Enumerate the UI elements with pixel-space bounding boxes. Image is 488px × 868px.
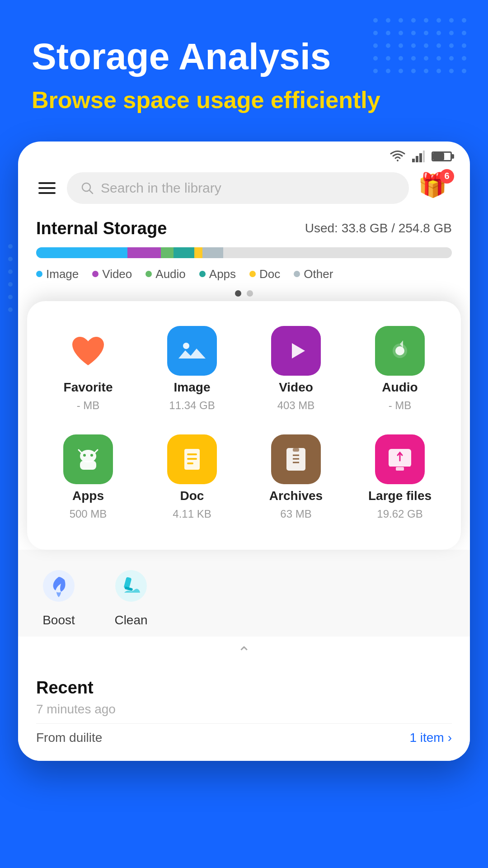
file-item-large[interactable]: Large files 19.62 GB xyxy=(352,428,447,527)
svg-rect-0 xyxy=(412,159,415,162)
pull-up[interactable]: ⌃ xyxy=(18,637,470,669)
storage-used: Used: 33.8 GB / 254.8 GB xyxy=(305,221,452,236)
legend-doc: Doc xyxy=(249,267,280,281)
legend-video: Video xyxy=(92,267,132,281)
favorite-name: Favorite xyxy=(64,380,113,395)
boost-icon xyxy=(36,563,81,609)
video-name: Video xyxy=(279,380,313,395)
bar-image xyxy=(36,247,127,258)
bar-other xyxy=(202,247,223,258)
search-placeholder: Search in the library xyxy=(101,180,221,196)
file-item-doc[interactable]: Doc 4.11 KB xyxy=(145,428,239,527)
audio-name: Audio xyxy=(382,380,418,395)
legend-audio: Audio xyxy=(145,267,186,281)
bar-apps xyxy=(174,247,194,258)
file-item-apps[interactable]: Apps 500 MB xyxy=(41,428,136,527)
large-files-size: 19.62 GB xyxy=(377,508,422,520)
favorite-size: - MB xyxy=(77,399,100,412)
svg-rect-1 xyxy=(416,156,418,162)
gift-button[interactable]: 🎁 6 xyxy=(418,171,452,205)
svg-rect-2 xyxy=(419,153,422,162)
file-item-image[interactable]: Image 11.34 GB xyxy=(145,319,239,419)
svg-line-5 xyxy=(89,190,93,193)
doc-icon xyxy=(167,434,217,484)
svg-rect-27 xyxy=(293,448,299,452)
storage-title: Internal Storage xyxy=(36,219,167,238)
audio-size: - MB xyxy=(389,399,412,412)
svg-rect-22 xyxy=(187,453,197,455)
apps-icon xyxy=(63,434,113,484)
recent-title: Recent xyxy=(36,678,452,698)
clean-icon xyxy=(108,563,154,609)
video-size: 403 MB xyxy=(277,399,315,412)
file-item-audio[interactable]: Audio - MB xyxy=(352,319,447,419)
file-grid-card: Favorite - MB Image 11.34 GB xyxy=(27,301,461,550)
svg-point-15 xyxy=(83,454,86,457)
search-bar[interactable]: Search in the library xyxy=(67,172,409,204)
video-icon xyxy=(271,326,321,376)
arrow-icon: › xyxy=(448,731,452,745)
svg-rect-24 xyxy=(187,462,193,464)
image-icon xyxy=(167,326,217,376)
file-grid: Favorite - MB Image 11.34 GB xyxy=(41,319,447,527)
boost-label: Boost xyxy=(42,613,75,627)
legend-apps: Apps xyxy=(199,267,236,281)
apps-name: Apps xyxy=(72,489,104,503)
wifi-icon xyxy=(390,151,405,162)
dot-1 xyxy=(235,290,241,297)
recent-count: 1 item › xyxy=(409,731,452,745)
image-name: Image xyxy=(174,380,211,395)
svg-rect-34 xyxy=(396,467,404,471)
tool-boost[interactable]: Boost xyxy=(36,563,81,627)
svg-point-14 xyxy=(80,450,96,462)
favorite-icon xyxy=(63,326,113,376)
svg-rect-3 xyxy=(423,151,425,162)
recent-app-name: From duilite xyxy=(36,731,102,745)
doc-size: 4.11 KB xyxy=(173,508,211,520)
svg-point-37 xyxy=(115,570,147,602)
tool-clean[interactable]: Clean xyxy=(108,563,154,627)
storage-header: Internal Storage Used: 33.8 GB / 254.8 G… xyxy=(36,219,452,238)
svg-rect-19 xyxy=(80,461,96,470)
storage-section: Internal Storage Used: 33.8 GB / 254.8 G… xyxy=(18,214,470,306)
apps-size: 500 MB xyxy=(70,508,107,520)
svg-point-16 xyxy=(90,454,93,457)
status-bar xyxy=(18,142,470,167)
audio-icon xyxy=(375,326,425,376)
app-bar: Search in the library 🎁 6 xyxy=(18,167,470,214)
legend-image: Image xyxy=(36,267,79,281)
bar-video xyxy=(127,247,161,258)
dots-indicator xyxy=(36,281,452,297)
archives-icon xyxy=(271,434,321,484)
gift-badge: 6 xyxy=(440,169,454,184)
chevron-up-icon: ⌃ xyxy=(237,643,251,662)
phone-card: Search in the library 🎁 6 Internal Stora… xyxy=(18,142,470,761)
bottom-tools: Boost Clean xyxy=(18,550,470,637)
file-item-archives[interactable]: Archives 63 MB xyxy=(249,428,343,527)
recent-item-row[interactable]: From duilite 1 item › xyxy=(36,723,452,752)
doc-name: Doc xyxy=(180,489,204,503)
archives-name: Archives xyxy=(269,489,323,503)
image-size: 11.34 GB xyxy=(169,399,215,412)
recent-time: 7 minutes ago xyxy=(36,702,452,717)
battery-icon xyxy=(432,151,452,161)
large-files-name: Large files xyxy=(368,489,432,503)
archives-size: 63 MB xyxy=(280,508,311,520)
legend-other: Other xyxy=(294,267,333,281)
clean-label: Clean xyxy=(114,613,147,627)
storage-bar xyxy=(36,247,452,258)
dot-2 xyxy=(247,290,253,297)
storage-legend: Image Video Audio Apps Doc Other xyxy=(36,267,452,281)
bg-dots-top xyxy=(373,18,470,77)
bar-audio xyxy=(161,247,174,258)
svg-point-7 xyxy=(183,343,189,349)
page-subtitle: Browse space usage efficiently xyxy=(32,86,456,114)
hamburger-menu[interactable] xyxy=(36,180,58,196)
bar-doc xyxy=(194,247,202,258)
file-item-video[interactable]: Video 403 MB xyxy=(249,319,343,419)
recent-section: Recent 7 minutes ago From duilite 1 item… xyxy=(18,669,470,761)
svg-rect-23 xyxy=(187,458,197,460)
file-item-favorite[interactable]: Favorite - MB xyxy=(41,319,136,419)
search-icon xyxy=(80,181,94,195)
large-files-icon xyxy=(375,434,425,484)
